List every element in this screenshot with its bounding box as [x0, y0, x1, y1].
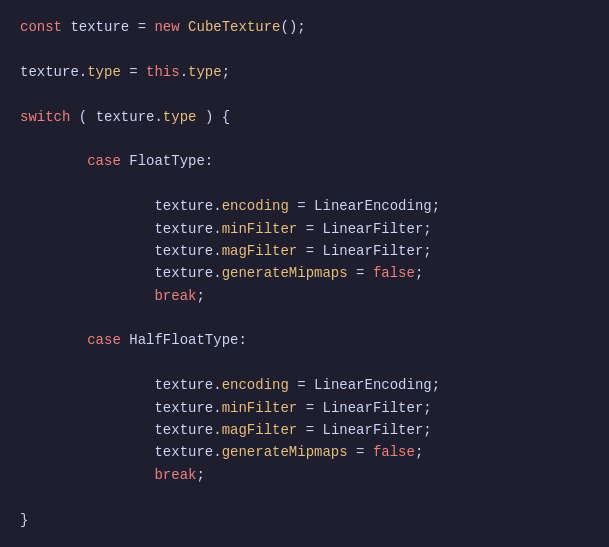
code-line-7: case FloatType:	[20, 150, 589, 172]
code-line-23: }	[20, 509, 589, 531]
code-line-8	[20, 173, 589, 195]
code-line-17: texture.encoding = LinearEncoding;	[20, 374, 589, 396]
code-line-21: break;	[20, 464, 589, 486]
code-line-13: break;	[20, 285, 589, 307]
code-line-18: texture.minFilter = LinearFilter;	[20, 397, 589, 419]
code-line-4	[20, 83, 589, 105]
code-line-12: texture.generateMipmaps = false;	[20, 262, 589, 284]
code-line-11: texture.magFilter = LinearFilter;	[20, 240, 589, 262]
code-line-9: texture.encoding = LinearEncoding;	[20, 195, 589, 217]
code-line-10: texture.minFilter = LinearFilter;	[20, 218, 589, 240]
code-editor: const texture = new CubeTexture(); textu…	[0, 0, 609, 547]
code-line-6	[20, 128, 589, 150]
code-line-5: switch ( texture.type ) {	[20, 106, 589, 128]
code-line-2	[20, 38, 589, 60]
code-line-1: const texture = new CubeTexture();	[20, 16, 589, 38]
code-line-22	[20, 486, 589, 508]
code-line-3: texture.type = this.type;	[20, 61, 589, 83]
code-line-14	[20, 307, 589, 329]
code-line-15: case HalfFloatType:	[20, 329, 589, 351]
code-line-19: texture.magFilter = LinearFilter;	[20, 419, 589, 441]
code-line-20: texture.generateMipmaps = false;	[20, 441, 589, 463]
code-line-16	[20, 352, 589, 374]
